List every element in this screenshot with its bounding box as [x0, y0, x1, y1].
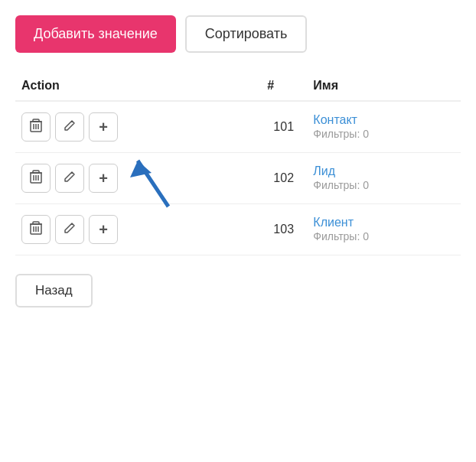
- add-button[interactable]: +: [89, 215, 118, 244]
- plus-icon: +: [99, 119, 108, 136]
- row-name-link[interactable]: Лид: [313, 164, 455, 178]
- row-name-cell: Клиент Фильтры: 0: [307, 204, 461, 255]
- filters-text: Фильтры: 0: [313, 179, 369, 191]
- action-cell: +: [21, 164, 255, 193]
- col-action: Action: [15, 71, 261, 101]
- edit-icon: [64, 222, 76, 237]
- sort-button[interactable]: Сортировать: [185, 15, 308, 53]
- edit-button[interactable]: [55, 164, 84, 193]
- action-cell: +: [21, 112, 255, 142]
- row-number: 101: [261, 101, 307, 153]
- edit-icon: [64, 171, 76, 186]
- main-table: Action # Имя: [15, 71, 461, 255]
- filters-text: Фильтры: 0: [313, 128, 369, 140]
- plus-icon: +: [99, 221, 108, 239]
- edit-button[interactable]: [55, 215, 84, 244]
- row-name-link[interactable]: Контакт: [313, 113, 455, 127]
- plus-icon: +: [99, 170, 108, 187]
- row-name-cell: Контакт Фильтры: 0: [307, 101, 461, 153]
- delete-button[interactable]: [21, 164, 51, 193]
- row-name-link[interactable]: Клиент: [313, 216, 455, 229]
- row-number: 102: [261, 153, 307, 204]
- back-button[interactable]: Назад: [15, 274, 93, 307]
- add-button[interactable]: +: [89, 164, 118, 193]
- edit-button[interactable]: [55, 112, 84, 142]
- filters-text: Фильтры: 0: [313, 230, 369, 242]
- edit-icon: [64, 119, 76, 135]
- action-cell: +: [21, 215, 255, 244]
- delete-icon: [30, 119, 42, 135]
- table-row: + 103 Клиент Фильтры: 0: [15, 204, 461, 255]
- row-number: 103: [261, 204, 307, 255]
- table-row: + 101 Контакт Фильтры: 0: [15, 101, 461, 153]
- row-name-cell: Лид Фильтры: 0: [307, 153, 461, 204]
- delete-button[interactable]: [21, 112, 51, 142]
- col-number: #: [261, 71, 307, 101]
- col-name: Имя: [307, 71, 461, 101]
- table-row: + 102 Лид Фильтры: 0: [15, 153, 461, 204]
- delete-icon: [30, 221, 42, 238]
- add-value-button[interactable]: Добавить значение: [15, 15, 176, 53]
- delete-button[interactable]: [21, 215, 51, 244]
- add-button[interactable]: +: [89, 112, 118, 142]
- footer: Назад: [15, 274, 461, 307]
- delete-icon: [30, 170, 42, 187]
